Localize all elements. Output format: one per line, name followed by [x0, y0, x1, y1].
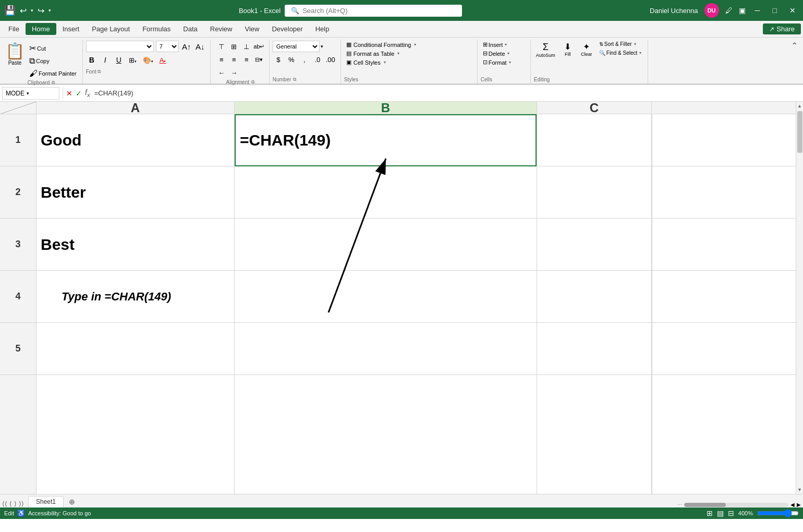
view-layout-icon[interactable]: ▤	[717, 509, 724, 517]
cell-b5[interactable]	[235, 323, 537, 375]
col-header-a[interactable]: A	[36, 102, 235, 114]
fill-button[interactable]: ⬇ Fill	[559, 41, 576, 58]
row-num-2[interactable]: 2	[0, 166, 36, 219]
menu-data[interactable]: Data	[177, 23, 203, 35]
number-format-select[interactable]: General	[273, 41, 320, 52]
align-bottom-button[interactable]: ⊥	[241, 41, 252, 52]
clear-button[interactable]: ✦ Clear	[578, 41, 595, 58]
scroll-down-arrow[interactable]: ▼	[796, 486, 803, 494]
cell-c2[interactable]	[537, 166, 651, 219]
align-right-button[interactable]: ≡	[241, 54, 252, 65]
share-button[interactable]: ↗ Share	[763, 23, 801, 34]
format-painter-button[interactable]: 🖌 Format Painter	[28, 68, 78, 79]
cell-a5[interactable]	[36, 323, 234, 375]
tab-scrollbar-track[interactable]	[684, 503, 788, 507]
cell-c5[interactable]	[537, 323, 651, 375]
tab-scroll-left[interactable]: ◀	[790, 502, 795, 507]
scroll-thumb[interactable]	[797, 111, 802, 153]
name-box[interactable]: MODE ▾	[2, 87, 59, 100]
font-decrease-button[interactable]: A↓	[194, 41, 206, 52]
border-button[interactable]: ⊞▾	[127, 55, 139, 65]
delete-button[interactable]: ⊟ Delete ▾	[481, 50, 526, 57]
format-button[interactable]: ⊡ Format ▾	[481, 58, 526, 66]
minimize-button[interactable]: ─	[752, 6, 763, 15]
maximize-button[interactable]: □	[770, 6, 780, 15]
row-num-4[interactable]: 4	[0, 271, 36, 323]
wrap-text-button[interactable]: ab↵	[253, 41, 265, 52]
copy-button[interactable]: ⧉ Copy	[28, 56, 78, 66]
cell-a1[interactable]: Good	[36, 114, 234, 166]
conditional-formatting-button[interactable]: ▦ Conditional Formatting ▾	[344, 41, 473, 49]
paste-button[interactable]: 📋 Paste	[4, 41, 26, 67]
cell-a3[interactable]: Best	[36, 219, 234, 271]
font-name-select[interactable]	[86, 41, 154, 52]
undo-icon[interactable]: ↩	[20, 6, 27, 16]
increase-decimal-button[interactable]: .0	[312, 54, 323, 65]
avatar[interactable]: DU	[704, 3, 719, 18]
sheet-nav-next[interactable]: ⟩	[14, 500, 17, 507]
close-button[interactable]: ✕	[786, 6, 799, 15]
align-middle-button[interactable]: ⊞	[228, 41, 240, 52]
cell-c3[interactable]	[537, 219, 651, 271]
scroll-up-arrow[interactable]: ▲	[796, 102, 803, 110]
insert-button[interactable]: ⊞ Insert ▾	[481, 41, 526, 49]
tab-scrollbar-thumb[interactable]	[684, 503, 726, 507]
sheet-nav-prev[interactable]: ⟨	[9, 500, 12, 507]
zoom-slider[interactable]	[757, 509, 799, 517]
cell-b4[interactable]	[235, 271, 537, 323]
sort-filter-button[interactable]: ⇅ Sort & Filter ▾	[597, 41, 643, 47]
cut-button[interactable]: ✂ Cut	[28, 43, 78, 54]
view-page-break-icon[interactable]: ⊟	[728, 509, 734, 517]
indent-increase-button[interactable]: →	[228, 67, 240, 78]
menu-file[interactable]: File	[2, 23, 26, 35]
italic-button[interactable]: I	[100, 54, 111, 66]
menu-developer[interactable]: Developer	[265, 23, 309, 35]
number-expand-icon[interactable]: ⧉	[293, 77, 296, 82]
cell-b2[interactable]	[235, 166, 537, 219]
autosum-button[interactable]: Σ AutoSum	[534, 41, 557, 59]
cell-b1[interactable]: =CHAR(149)	[235, 114, 537, 166]
ribbon-display-icon[interactable]: ▣	[739, 6, 746, 15]
clipboard-expand-icon[interactable]: ⧉	[52, 80, 55, 86]
ribbon-collapse-button[interactable]: ⌃	[788, 40, 801, 83]
align-left-button[interactable]: ≡	[216, 54, 227, 65]
menu-review[interactable]: Review	[204, 23, 239, 35]
search-input[interactable]	[302, 7, 448, 15]
row-num-1[interactable]: 1	[0, 114, 36, 166]
underline-button[interactable]: U	[113, 54, 125, 66]
sheet-nav-first[interactable]: ⟨⟨	[2, 500, 7, 507]
cell-c1[interactable]	[537, 114, 651, 166]
align-top-button[interactable]: ⊤	[216, 41, 227, 52]
cell-styles-button[interactable]: ▣ Cell Styles ▾	[344, 58, 473, 66]
percent-button[interactable]: %	[286, 54, 297, 65]
search-box[interactable]: 🔍	[285, 5, 462, 17]
menu-insert[interactable]: Insert	[56, 23, 86, 35]
menu-help[interactable]: Help	[309, 23, 336, 35]
menu-page-layout[interactable]: Page Layout	[86, 23, 136, 35]
bold-button[interactable]: B	[86, 54, 98, 66]
cell-a2[interactable]: Better	[36, 166, 234, 219]
row-num-5[interactable]: 5	[0, 323, 36, 375]
add-sheet-button[interactable]: ⊕	[65, 496, 79, 507]
font-increase-button[interactable]: A↑	[181, 41, 192, 52]
accessibility-icon[interactable]: 🖊	[725, 6, 733, 15]
menu-formulas[interactable]: Formulas	[136, 23, 177, 35]
col-header-c[interactable]: C	[537, 102, 652, 114]
undo-dropdown-icon[interactable]: ▾	[31, 8, 33, 13]
cell-a4[interactable]: Type in =CHAR(149)	[36, 271, 234, 323]
align-center-button[interactable]: ≡	[228, 54, 240, 65]
menu-view[interactable]: View	[238, 23, 265, 35]
currency-button[interactable]: $	[273, 54, 284, 65]
cell-b3[interactable]	[235, 219, 537, 271]
tab-scroll-right[interactable]: ▶	[797, 502, 801, 507]
font-color-button[interactable]: A▾	[157, 55, 168, 65]
find-select-button[interactable]: 🔍 Find & Select ▾	[597, 50, 643, 56]
save-icon[interactable]: 💾	[4, 5, 16, 16]
view-normal-icon[interactable]: ⊞	[707, 509, 713, 517]
font-size-select[interactable]: 7	[156, 41, 179, 52]
comma-button[interactable]: ,	[299, 54, 310, 65]
row-num-3[interactable]: 3	[0, 219, 36, 271]
cell-c4[interactable]	[537, 271, 651, 323]
sheet-tab-1[interactable]: Sheet1	[28, 496, 64, 507]
redo-icon[interactable]: ↪	[38, 6, 44, 16]
